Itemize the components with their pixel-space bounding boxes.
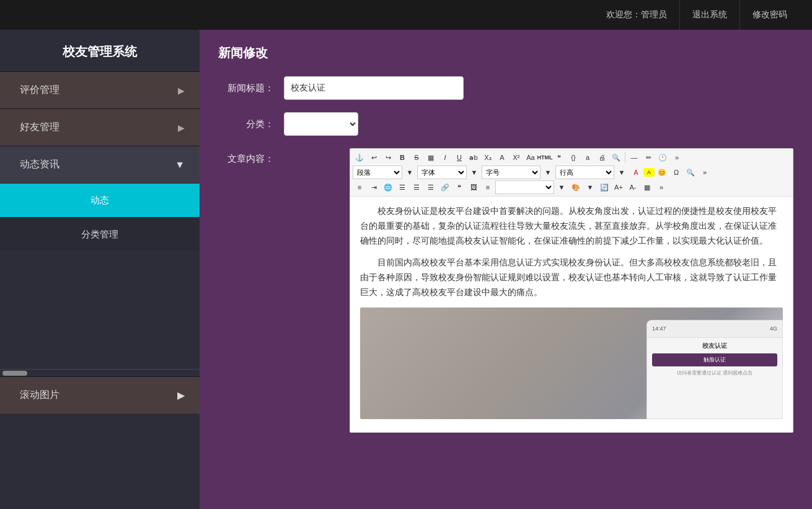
table2-icon[interactable]: ▦ (640, 180, 654, 194)
anchor-icon[interactable]: ⚓ (353, 151, 366, 164)
print-icon[interactable]: 🖨 (595, 151, 609, 164)
category-select[interactable] (284, 112, 358, 136)
line-icon[interactable]: — (627, 151, 641, 164)
change-password-button[interactable]: 修改密码 (739, 0, 800, 30)
toolbar-row-3: ≡ ⇥ 🌐 ☰ ☰ ☰ 🔗 ❝ 🖼 ≡ ▼ 🎨 (353, 180, 790, 194)
page-title: 新闻修改 (218, 45, 793, 61)
editor-content[interactable]: 校友身份认证是校友平台建设中首要解决的问题。从校友角度出发，认证过程的便捷性是校… (350, 197, 793, 432)
fontsize-icon[interactable]: A (495, 151, 509, 164)
content-area: 新闻修改 新闻标题： 分类： 文章内容： ⚓ ↩ ↪ (200, 30, 812, 509)
strike-icon[interactable]: a̶b (467, 151, 480, 164)
fontsize2-icon[interactable]: A+ (612, 180, 625, 194)
phone-header: 14:47 4G (647, 321, 782, 338)
undo-icon[interactable]: ↩ (367, 151, 381, 164)
refresh-icon[interactable]: 🔄 (598, 180, 611, 194)
list-icon[interactable]: ≡ (481, 180, 495, 194)
search-icon[interactable]: 🔍 (684, 166, 697, 179)
phone-signal: 4G (770, 324, 777, 334)
editor-para-1: 校友身份认证是校友平台建设中首要解决的问题。从校友角度出发，认证过程的便捷性是校… (360, 204, 783, 248)
clock-icon[interactable]: 🕐 (656, 151, 669, 164)
top-bar: 欢迎您：管理员 退出系统 修改密码 (0, 0, 812, 30)
color-a-icon[interactable]: A (629, 166, 643, 179)
zoom-icon[interactable]: 🔍 (609, 151, 623, 164)
redo-icon[interactable]: ↪ (381, 151, 395, 164)
hscroll-thumb (2, 371, 27, 376)
textcolor-icon[interactable]: ▼ (583, 180, 597, 194)
indent-icon[interactable]: ⇥ (367, 180, 381, 194)
friends-arrow-icon: ▶ (178, 123, 185, 133)
format-select[interactable]: 段落 (353, 166, 402, 179)
content-label: 文章内容： (218, 153, 274, 165)
special-char-icon[interactable]: Ω (669, 166, 683, 179)
font-family-select[interactable]: 字体 (417, 166, 467, 179)
color-picker-icon[interactable]: 🎨 (569, 180, 583, 194)
superscript-icon[interactable]: X² (510, 151, 523, 164)
phone-auth-btn: 触脸认证 (652, 353, 777, 366)
fontsize3-icon[interactable]: A- (626, 180, 640, 194)
sidebar-item-evaluation[interactable]: 评价管理 ▶ (0, 71, 200, 108)
sidebar-subitem-dynamic[interactable]: 动态 (0, 183, 200, 217)
fontfamily-arrow-icon[interactable]: ▼ (467, 166, 481, 179)
sidebar-item-news[interactable]: 动态资讯 ▼ (0, 146, 200, 183)
blockquote-icon[interactable]: ❝ (552, 151, 566, 164)
sidebar-subitem-category-label: 分类管理 (81, 229, 118, 241)
phone-sub: 访问者需要通过认证 遇到困难点击 (647, 368, 782, 379)
blockquote2-icon[interactable]: ❝ (452, 180, 466, 194)
more3-icon[interactable]: » (655, 180, 668, 194)
news-arrow-icon: ▼ (175, 159, 185, 170)
sidebar-item-friends-label: 好友管理 (20, 121, 60, 134)
subscript-icon[interactable]: X₂ (481, 151, 495, 164)
main-layout: 校友管理系统 评价管理 ▶ 好友管理 ▶ 动态资讯 ▼ 动态 分类管理 (0, 30, 812, 509)
html-icon[interactable]: HTML (538, 151, 552, 164)
sidebar-item-friends[interactable]: 好友管理 ▶ (0, 108, 200, 146)
code-icon[interactable]: {} (567, 151, 580, 164)
list-style-select[interactable] (495, 180, 554, 194)
phone-mockup: 14:47 4G 校友认证 触脸认证 访问者需要通过认证 遇到困难点击 (647, 320, 783, 419)
line-height-select[interactable]: 行高 (555, 166, 614, 179)
align-right-icon[interactable]: ☰ (410, 180, 423, 194)
slider-arrow-icon: ▶ (177, 389, 185, 401)
font-icon[interactable]: Aa (524, 151, 537, 164)
editor-toolbar: ⚓ ↩ ↪ B S ▦ I U a̶b X₂ A X² Aa HTML (350, 149, 793, 197)
editor-wrapper: ⚓ ↩ ↪ B S ▦ I U a̶b X₂ A X² Aa HTML (350, 148, 793, 433)
sidebar: 校友管理系统 评价管理 ▶ 好友管理 ▶ 动态资讯 ▼ 动态 分类管理 (0, 30, 200, 509)
link-icon[interactable]: 🔗 (438, 180, 452, 194)
globe-icon[interactable]: 🌐 (381, 180, 395, 194)
format-arrow-icon[interactable]: ▼ (403, 166, 417, 179)
editor-para-2: 目前国内高校校友平台基本采用信息认证方式实现校友身份认证。但大多高校校友信息系统… (360, 255, 783, 299)
table-icon[interactable]: ▦ (424, 151, 438, 164)
align-center-icon[interactable]: ☰ (395, 180, 409, 194)
sidebar-item-slider[interactable]: 滚动图片 ▶ (0, 376, 200, 414)
image-icon[interactable]: 🖼 (467, 180, 480, 194)
sidebar-hscroll[interactable] (0, 369, 200, 376)
sidebar-subitem-category[interactable]: 分类管理 (0, 217, 200, 251)
title-input[interactable] (284, 76, 464, 100)
phone-app-title: 校友认证 (647, 338, 782, 352)
toolbar-row-2: 段落 ▼ 字体 ▼ 字号 ▼ 行高 ▼ (353, 166, 790, 179)
pencil-icon[interactable]: ✏ (642, 151, 655, 164)
fontsize-arrow-icon[interactable]: ▼ (541, 166, 555, 179)
underline-icon[interactable]: U (452, 151, 466, 164)
justify-icon[interactable]: ☰ (424, 180, 438, 194)
color-bg-icon[interactable]: A (643, 168, 655, 177)
sidebar-item-slider-label: 滚动图片 (20, 389, 60, 402)
more2-icon[interactable]: » (698, 166, 712, 179)
italic-icon[interactable]: I (438, 151, 452, 164)
lineheight-arrow-icon[interactable]: ▼ (615, 166, 629, 179)
sidebar-subitem-dynamic-label: 动态 (90, 195, 109, 206)
font-size-select[interactable]: 字号 (482, 166, 541, 179)
smiley-icon[interactable]: 😊 (655, 166, 669, 179)
logout-button[interactable]: 退出系统 (679, 0, 739, 30)
form-row-category: 分类： (218, 112, 793, 136)
strikethrough-icon[interactable]: S (410, 151, 423, 164)
amazonlink-icon[interactable]: a (581, 151, 594, 164)
more-icon[interactable]: » (670, 151, 684, 164)
sidebar-title: 校友管理系统 (0, 30, 200, 71)
align-left-icon[interactable]: ≡ (353, 180, 366, 194)
bold-icon[interactable]: B (395, 151, 409, 164)
sidebar-item-news-label: 动态资讯 (20, 158, 60, 171)
sidebar-subitems: 动态 分类管理 (0, 183, 200, 369)
liststyle-arrow-icon[interactable]: ▼ (555, 180, 568, 194)
sidebar-item-evaluation-label: 评价管理 (20, 84, 60, 97)
title-label: 新闻标题： (218, 82, 274, 94)
